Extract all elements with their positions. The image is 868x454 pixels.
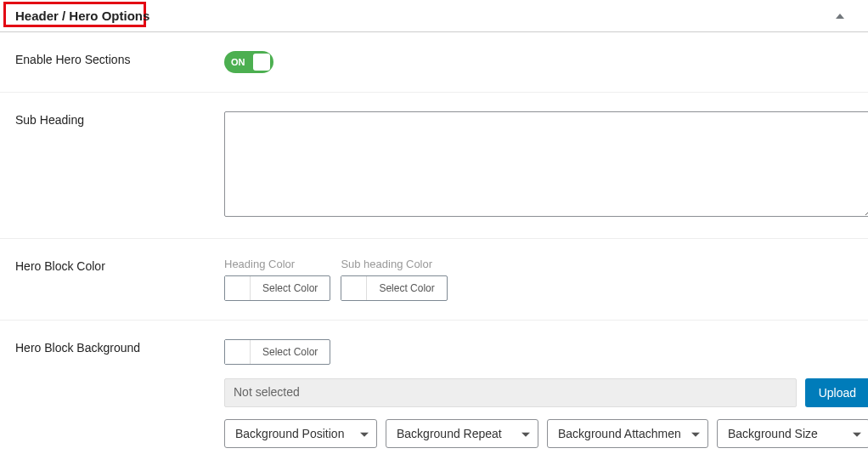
bg-color-picker[interactable]: Select Color (224, 339, 330, 365)
bg-file-display: Not selected (224, 378, 797, 407)
subheading-color-text: Select Color (367, 276, 446, 300)
sub-heading-label: Sub Heading (15, 111, 224, 127)
hero-block-color-label: Hero Block Color (15, 258, 224, 273)
panel-header[interactable]: Header / Hero Options (0, 0, 868, 32)
toggle-on-label: ON (231, 57, 245, 67)
enable-hero-label: Enable Hero Sections (15, 51, 224, 66)
bg-color-text: Select Color (251, 340, 330, 364)
toggle-knob (253, 54, 270, 71)
panel-title: Header / Hero Options (15, 9, 149, 23)
upload-button[interactable]: Upload (805, 378, 868, 407)
heading-color-text: Select Color (251, 276, 330, 300)
subheading-color-swatch (341, 276, 367, 300)
bg-repeat-select[interactable]: Background Repeat (386, 419, 538, 448)
sub-heading-row: Sub Heading (0, 93, 868, 239)
bg-color-swatch (225, 340, 251, 364)
bg-position-select[interactable]: Background Position (224, 419, 377, 448)
enable-hero-toggle[interactable]: ON (224, 51, 273, 73)
bg-attachment-select[interactable]: Background Attachment (547, 419, 708, 448)
sub-heading-input[interactable] (224, 111, 868, 217)
chevron-up-icon (836, 14, 844, 19)
heading-color-swatch (225, 276, 251, 300)
hero-block-color-row: Hero Block Color Heading Color Select Co… (0, 239, 868, 321)
bg-size-select[interactable]: Background Size (717, 419, 868, 448)
hero-block-background-label: Hero Block Background (15, 339, 224, 355)
heading-color-picker[interactable]: Select Color (224, 275, 330, 301)
subheading-color-sublabel: Sub heading Color (341, 258, 447, 270)
subheading-color-picker[interactable]: Select Color (341, 275, 447, 301)
enable-hero-row: Enable Hero Sections ON (0, 32, 868, 93)
hero-block-background-row: Hero Block Background Select Color Not s… (0, 321, 868, 454)
heading-color-sublabel: Heading Color (224, 258, 330, 270)
